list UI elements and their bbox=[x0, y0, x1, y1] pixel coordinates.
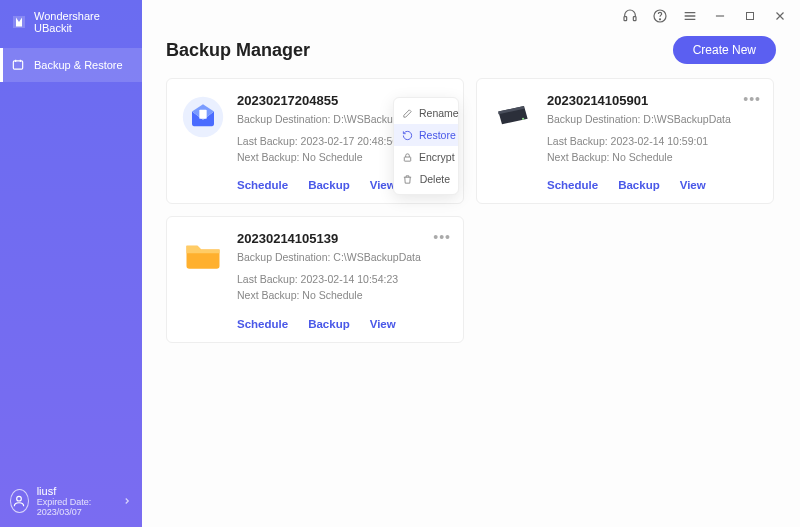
backup-restore-icon bbox=[10, 57, 26, 73]
folder-icon bbox=[181, 233, 225, 277]
user-name: liusf bbox=[37, 485, 114, 497]
titlebar bbox=[142, 0, 800, 28]
user-expired: Expired Date: 2023/03/07 bbox=[37, 497, 114, 517]
card-last: Last Backup: 2023-02-14 10:54:23 bbox=[237, 272, 449, 288]
backup-card: 20230214105901 Backup Destination: D:\WS… bbox=[476, 78, 774, 204]
disk-icon bbox=[491, 95, 535, 139]
svg-rect-8 bbox=[199, 110, 206, 119]
sidebar: Wondershare UBackit Backup & Restore liu… bbox=[0, 0, 142, 527]
svg-rect-9 bbox=[404, 157, 410, 161]
svg-rect-2 bbox=[624, 17, 627, 21]
nav-item-label: Backup & Restore bbox=[34, 59, 123, 71]
minimize-icon[interactable] bbox=[712, 8, 728, 24]
backup-action[interactable]: Backup bbox=[618, 179, 660, 191]
trash-icon bbox=[402, 173, 414, 185]
cards-area: 20230217204855 Backup Destination: D:\WS… bbox=[142, 78, 800, 343]
ctx-encrypt[interactable]: Encrypt bbox=[394, 146, 458, 168]
schedule-action[interactable]: Schedule bbox=[237, 179, 288, 191]
context-menu: Rename Restore Encrypt Delete bbox=[393, 97, 459, 195]
mail-icon bbox=[181, 95, 225, 139]
avatar-icon bbox=[10, 489, 29, 513]
close-icon[interactable] bbox=[772, 8, 788, 24]
main: Backup Manager Create New 20230217204855… bbox=[142, 0, 800, 527]
ctx-delete[interactable]: Delete bbox=[394, 168, 458, 190]
lock-icon bbox=[402, 151, 413, 163]
menu-icon[interactable] bbox=[682, 8, 698, 24]
brand: Wondershare UBackit bbox=[0, 0, 142, 48]
maximize-icon[interactable] bbox=[742, 8, 758, 24]
schedule-action[interactable]: Schedule bbox=[237, 318, 288, 330]
ctx-encrypt-label: Encrypt bbox=[419, 151, 455, 163]
ctx-restore[interactable]: Restore bbox=[394, 124, 458, 146]
card-last: Last Backup: 2023-02-14 10:59:01 bbox=[547, 134, 759, 150]
svg-rect-3 bbox=[633, 17, 636, 21]
view-action[interactable]: View bbox=[370, 179, 396, 191]
ctx-rename-label: Rename bbox=[419, 107, 459, 119]
backup-card: 20230217204855 Backup Destination: D:\WS… bbox=[166, 78, 464, 204]
headset-icon[interactable] bbox=[622, 8, 638, 24]
backup-action[interactable]: Backup bbox=[308, 318, 350, 330]
card-title: 20230214105901 bbox=[547, 93, 759, 108]
nav-backup-restore[interactable]: Backup & Restore bbox=[0, 48, 142, 82]
rename-icon bbox=[402, 107, 413, 119]
card-dest: Backup Destination: D:\WSBackupData bbox=[547, 112, 759, 128]
create-new-button[interactable]: Create New bbox=[673, 36, 776, 64]
view-action[interactable]: View bbox=[680, 179, 706, 191]
view-action[interactable]: View bbox=[370, 318, 396, 330]
schedule-action[interactable]: Schedule bbox=[547, 179, 598, 191]
more-icon[interactable]: ••• bbox=[433, 229, 451, 245]
brand-name: Wondershare UBackit bbox=[34, 10, 132, 34]
restore-icon bbox=[402, 129, 413, 141]
chevron-right-icon bbox=[122, 496, 132, 506]
ctx-restore-label: Restore bbox=[419, 129, 456, 141]
card-title: 20230214105139 bbox=[237, 231, 449, 246]
user-info: liusf Expired Date: 2023/03/07 bbox=[37, 485, 114, 517]
svg-rect-0 bbox=[13, 61, 22, 69]
brand-icon bbox=[10, 13, 28, 31]
backup-action[interactable]: Backup bbox=[308, 179, 350, 191]
svg-point-10 bbox=[522, 118, 524, 120]
header: Backup Manager Create New bbox=[142, 28, 800, 78]
help-icon[interactable] bbox=[652, 8, 668, 24]
card-next: Next Backup: No Schedule bbox=[547, 150, 759, 166]
page-title: Backup Manager bbox=[166, 40, 310, 61]
more-icon[interactable]: ••• bbox=[743, 91, 761, 107]
nav: Backup & Restore bbox=[0, 48, 142, 82]
card-next: Next Backup: No Schedule bbox=[237, 288, 449, 304]
svg-point-5 bbox=[659, 19, 660, 20]
ctx-rename[interactable]: Rename bbox=[394, 102, 458, 124]
user-block[interactable]: liusf Expired Date: 2023/03/07 bbox=[0, 475, 142, 527]
ctx-delete-label: Delete bbox=[420, 173, 450, 185]
backup-card: 20230214105139 Backup Destination: C:\WS… bbox=[166, 216, 464, 342]
card-dest: Backup Destination: C:\WSBackupData bbox=[237, 250, 449, 266]
svg-point-1 bbox=[17, 496, 22, 501]
svg-rect-6 bbox=[747, 13, 754, 20]
